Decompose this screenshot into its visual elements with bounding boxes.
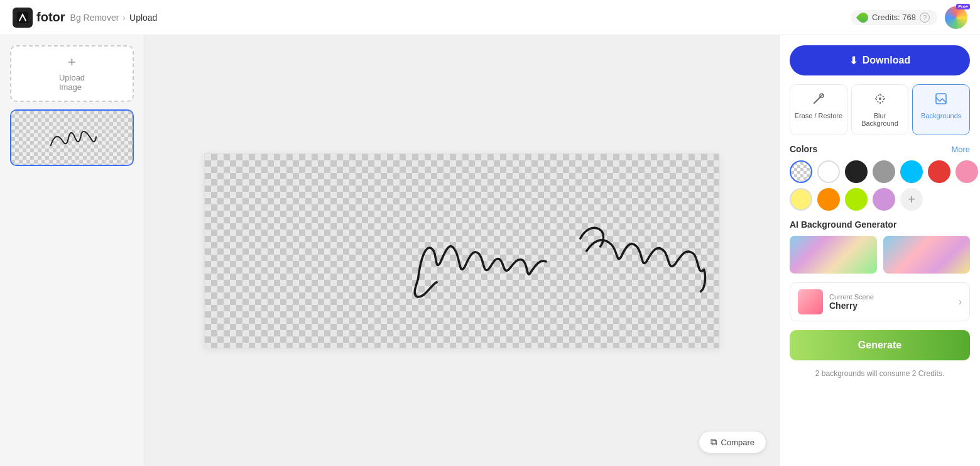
color-swatch-cyan[interactable] [900, 160, 923, 183]
header-left: fotor Bg Remover › Upload [13, 8, 157, 28]
compare-icon: ⧉ [710, 436, 717, 448]
credits-consumption-note: 2 backgrounds will consume 2 Credits. [790, 369, 970, 378]
breadcrumb-root[interactable]: Bg Remover [70, 13, 119, 23]
color-swatch-yellow[interactable] [790, 188, 812, 211]
tool-tabs: Erase / Restore Blur Background [790, 84, 970, 135]
colors-more-link[interactable]: More [951, 145, 970, 154]
app-header: fotor Bg Remover › Upload Credits: 768 ?… [0, 0, 980, 35]
color-grid: + [790, 160, 970, 211]
credits-info-icon: ? [920, 13, 930, 23]
svg-point-7 [884, 98, 885, 99]
ai-thumbnails [790, 236, 970, 274]
svg-point-4 [879, 94, 881, 95]
scene-label: Current Scene [829, 293, 952, 301]
svg-point-6 [875, 98, 876, 99]
ai-section-title: AI Background Generator [790, 219, 896, 230]
erase-restore-label: Erase / Restore [795, 112, 842, 119]
canvas-wrapper [204, 153, 719, 348]
canvas-area: ⧉ Compare [144, 35, 779, 466]
current-scene-selector[interactable]: Current Scene Cherry › [790, 282, 970, 321]
svg-point-3 [879, 97, 881, 100]
tab-backgrounds[interactable]: Backgrounds [912, 84, 970, 135]
color-swatch-black[interactable] [845, 160, 868, 183]
avatar[interactable]: Pro+ [945, 6, 967, 29]
colors-title: Colors [790, 144, 817, 154]
compare-button[interactable]: ⧉ Compare [699, 431, 766, 453]
color-swatch-orange[interactable] [817, 188, 840, 211]
generate-label: Generate [858, 340, 901, 350]
upload-label: Upload Image [59, 73, 85, 92]
color-swatch-purple[interactable] [873, 188, 895, 211]
ai-thumbnail-2[interactable] [883, 236, 971, 274]
color-swatch-red[interactable] [928, 160, 950, 183]
thumbnail-signature [43, 118, 101, 157]
erase-icon [812, 92, 825, 108]
upload-image-button[interactable]: + Upload Image [10, 45, 134, 102]
color-swatch-gray[interactable] [873, 160, 895, 183]
image-thumbnail[interactable] [10, 109, 134, 166]
generate-button[interactable]: Generate [790, 330, 970, 360]
right-panel: ⬇ Download Erase / Restore [779, 35, 980, 466]
breadcrumb-current: Upload [129, 13, 157, 23]
colors-header: Colors More [790, 144, 970, 154]
leaf-icon [856, 10, 871, 25]
download-icon: ⬇ [849, 55, 858, 67]
ai-thumbnail-1[interactable] [790, 236, 877, 274]
left-panel: + Upload Image [0, 35, 144, 466]
chevron-right-icon: › [959, 296, 962, 308]
compare-label: Compare [721, 438, 754, 447]
color-swatch-transparent[interactable] [790, 160, 812, 183]
color-swatch-add[interactable]: + [900, 188, 923, 211]
logo[interactable]: fotor [13, 8, 65, 28]
avatar-pro-label: Pro+ [956, 4, 970, 9]
header-right: Credits: 768 ? Pro+ [851, 6, 967, 29]
blur-background-label: Blur Background [856, 112, 905, 127]
colors-section: Colors More + [790, 144, 970, 211]
thumbnail-preview [11, 111, 133, 165]
tab-blur-background[interactable]: Blur Background [851, 84, 909, 135]
scene-name: Cherry [829, 301, 952, 311]
color-swatch-pink[interactable] [956, 160, 978, 183]
tab-erase-restore[interactable]: Erase / Restore [790, 84, 847, 135]
main-layout: + Upload Image [0, 35, 980, 466]
logo-text: fotor [36, 10, 65, 25]
blur-icon [874, 92, 886, 108]
backgrounds-icon [935, 92, 947, 108]
color-swatch-white[interactable] [817, 160, 840, 183]
color-swatch-green[interactable] [845, 188, 868, 211]
plus-icon: + [68, 55, 76, 69]
download-button[interactable]: ⬇ Download [790, 45, 970, 75]
breadcrumb-separator: › [122, 13, 126, 23]
download-label: Download [863, 55, 910, 66]
scene-info: Current Scene Cherry [829, 293, 952, 311]
logo-icon [13, 8, 33, 28]
signature-canvas [205, 154, 719, 348]
ai-section-header: AI Background Generator [790, 219, 970, 230]
backgrounds-label: Backgrounds [921, 112, 961, 119]
ai-background-section: AI Background Generator [790, 219, 970, 274]
credits-label: Credits: 768 [872, 13, 916, 22]
credits-badge[interactable]: Credits: 768 ? [851, 10, 937, 25]
breadcrumb: Bg Remover › Upload [70, 13, 158, 23]
scene-thumbnail [798, 289, 823, 314]
svg-point-5 [879, 103, 881, 104]
